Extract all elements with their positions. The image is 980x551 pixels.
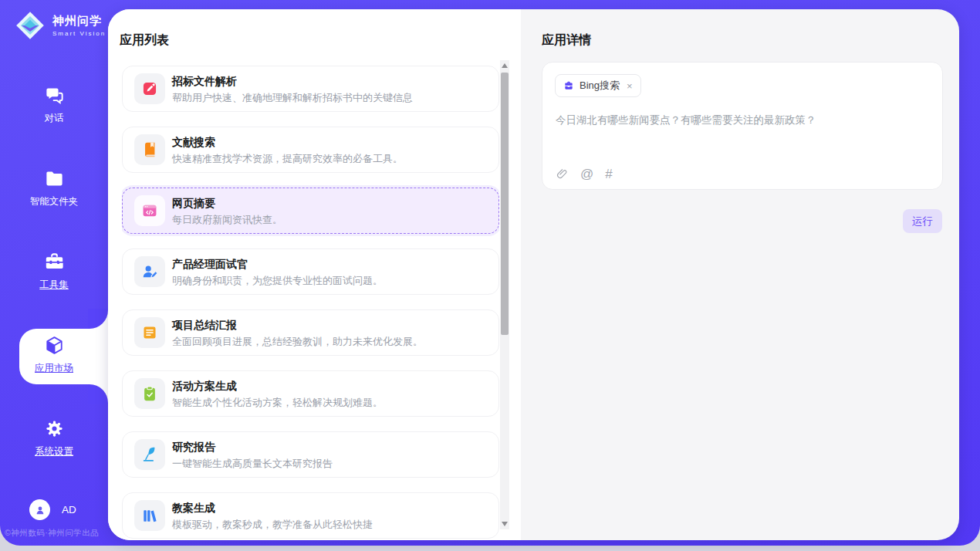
avatar[interactable]	[29, 499, 50, 520]
scroll-down-arrow-icon[interactable]	[502, 522, 508, 526]
app-card-icon-tile	[134, 439, 165, 470]
app-window: 神州问学 Smart Vision 对话智能文件夹工具集应用市场系统设置 AD …	[0, 0, 980, 546]
app-card-desc: 快速精准查找学术资源，提高研究效率的必备工具。	[172, 152, 403, 166]
sidebar-item-label: 对话	[45, 112, 64, 125]
chat-icon	[44, 85, 65, 106]
app-card[interactable]: 教案生成模板驱动，教案秒成，教学准备从此轻松快捷	[122, 492, 499, 539]
sidebar-item-settings[interactable]: 系统设置	[0, 397, 108, 480]
app-card-icon-tile	[134, 317, 165, 348]
app-card-title: 活动方案生成	[172, 380, 237, 394]
brand-logo-icon	[14, 9, 46, 42]
content-area: 应用列表 招标文件解析帮助用户快速、准确地理解和解析招标书中的关键信息文献搜索快…	[108, 9, 959, 540]
cube-icon	[44, 335, 65, 356]
app-card[interactable]: 网页摘要每日政府新闻资讯快查。	[122, 188, 499, 234]
prompt-text[interactable]: 今日湖北有哪些新闻要点？有哪些需要关注的最新政策？	[556, 113, 816, 127]
sidebar-item-label: 智能文件夹	[30, 195, 79, 208]
tool-chip-label: Bing搜索	[580, 79, 620, 93]
app-card-title: 项目总结汇报	[172, 319, 237, 333]
app-card-title: 文献搜索	[172, 136, 215, 150]
folder-icon	[44, 168, 65, 189]
brand-name: 神州问学	[52, 14, 106, 29]
sidebar-item-folders[interactable]: 智能文件夹	[0, 147, 108, 230]
app-card-title: 教案生成	[172, 502, 215, 516]
sidebar-item-chat[interactable]: 对话	[0, 63, 108, 147]
prompt-card[interactable]: Bing搜索 × 今日湖北有哪些新闻要点？有哪些需要关注的最新政策？ @ #	[542, 62, 943, 190]
app-card[interactable]: 研究报告一键智能生成高质量长文本研究报告	[122, 431, 499, 478]
sidebar-item-toolkit[interactable]: 工具集	[0, 230, 108, 313]
app-card-desc: 帮助用户快速、准确地理解和解析招标书中的关键信息	[172, 91, 413, 105]
app-card[interactable]: 产品经理面试官明确身份和职责，为您提供专业性的面试问题。	[122, 248, 499, 295]
brand: 神州问学 Smart Vision	[14, 9, 106, 42]
app-card-desc: 全面回顾项目进展，总结经验教训，助力未来优化发展。	[172, 335, 423, 349]
sidebar-item-market[interactable]: 应用市场	[0, 313, 108, 397]
hash-icon[interactable]: #	[605, 167, 612, 181]
gear-icon	[44, 418, 65, 439]
app-list: 招标文件解析帮助用户快速、准确地理解和解析招标书中的关键信息文献搜索快速精准查找…	[122, 66, 499, 540]
person-icon	[34, 504, 46, 516]
app-card-icon-tile	[134, 378, 165, 409]
app-card-desc: 智能生成个性化活动方案，轻松解决规划难题。	[172, 396, 383, 410]
detail-panel-title: 应用详情	[542, 32, 591, 49]
list-panel-title: 应用列表	[120, 32, 169, 49]
sidebar: 神州问学 Smart Vision 对话智能文件夹工具集应用市场系统设置 AD …	[0, 0, 108, 546]
app-card[interactable]: 活动方案生成智能生成个性化活动方案，轻松解决规划难题。	[122, 370, 499, 417]
app-card-icon-tile	[134, 73, 165, 104]
app-card-title: 招标文件解析	[172, 75, 237, 89]
scroll-up-arrow-icon[interactable]	[502, 63, 508, 68]
run-button[interactable]: 运行	[903, 209, 942, 233]
paperclip-icon[interactable]	[556, 167, 569, 181]
app-card[interactable]: 文献搜索快速精准查找学术资源，提高研究效率的必备工具。	[122, 127, 499, 173]
sidebar-nav: 对话智能文件夹工具集应用市场系统设置	[0, 63, 108, 480]
brand-tagline: Smart Vision	[52, 30, 106, 37]
app-card-desc: 一键智能生成高质量长文本研究报告	[172, 457, 333, 471]
at-icon[interactable]: @	[580, 167, 593, 181]
copyright: ©神州数码·神州问学出品	[0, 528, 120, 539]
app-card-icon-tile	[134, 500, 165, 531]
composer-toolbar: @ #	[556, 167, 613, 181]
tool-chip[interactable]: Bing搜索 ×	[555, 74, 641, 97]
app-card-title: 产品经理面试官	[172, 258, 248, 272]
briefcase-icon	[563, 80, 574, 91]
bubble-notch-top	[88, 309, 108, 329]
app-card[interactable]: 项目总结汇报全面回顾项目进展，总结经验教训，助力未来优化发展。	[122, 309, 499, 356]
list-scrollbar[interactable]	[500, 60, 509, 529]
app-card-desc: 明确身份和职责，为您提供专业性的面试问题。	[172, 274, 383, 288]
app-card-title: 研究报告	[172, 441, 215, 455]
sidebar-item-label: 工具集	[39, 279, 69, 292]
app-card[interactable]: 招标文件解析帮助用户快速、准确地理解和解析招标书中的关键信息	[122, 66, 499, 112]
scrollbar-thumb[interactable]	[501, 73, 509, 335]
app-card-title: 网页摘要	[172, 197, 215, 211]
app-card-desc: 模板驱动，教案秒成，教学准备从此轻松快捷	[172, 518, 373, 532]
user-row[interactable]: AD	[29, 499, 76, 520]
app-card-desc: 每日政府新闻资讯快查。	[172, 213, 282, 227]
sidebar-item-label: 应用市场	[35, 362, 73, 375]
chip-close-icon[interactable]: ×	[627, 80, 633, 92]
app-card-icon-tile	[134, 195, 165, 226]
toolbox-icon	[44, 252, 65, 272]
app-card-icon-tile	[134, 134, 165, 165]
user-initials: AD	[62, 504, 76, 516]
app-card-icon-tile	[134, 256, 165, 287]
sidebar-item-label: 系统设置	[35, 445, 73, 458]
